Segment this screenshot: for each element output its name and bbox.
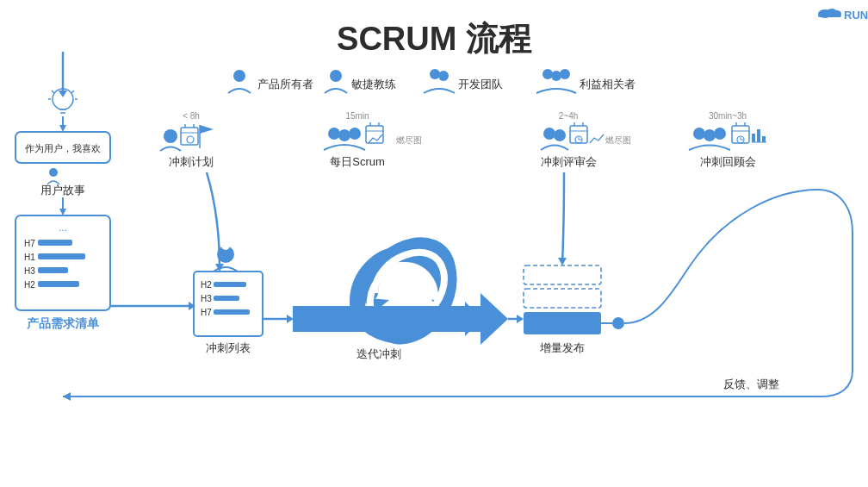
sprint-list-group: H2 H3 H7 xyxy=(194,241,263,336)
svg-point-34 xyxy=(164,129,177,143)
logo: RUNWISE xyxy=(818,9,868,22)
sprint-plan-label: 冲刺计划 xyxy=(169,155,214,168)
svg-rect-65 xyxy=(570,126,587,143)
user-story-person-icon xyxy=(47,168,59,184)
svg-point-51 xyxy=(328,128,340,140)
daily-scrum-label: 每日Scrum xyxy=(330,155,385,168)
sprint-list-label: 冲刺列表 xyxy=(206,341,251,354)
role-stakeholder: 利益相关者 xyxy=(536,69,636,93)
svg-rect-46 xyxy=(214,282,246,287)
svg-rect-50 xyxy=(214,309,250,315)
svg-point-64 xyxy=(554,129,566,141)
svg-rect-88 xyxy=(752,134,755,142)
svg-point-43 xyxy=(221,241,230,250)
svg-line-13 xyxy=(71,91,74,93)
svg-rect-29 xyxy=(38,253,85,259)
svg-point-10 xyxy=(560,69,570,79)
svg-marker-18 xyxy=(59,125,66,132)
release-label: 增量发布 xyxy=(539,341,585,354)
svg-point-80 xyxy=(714,128,726,140)
svg-marker-99 xyxy=(517,315,524,323)
release-group xyxy=(524,265,601,334)
sprint-plan-time: < 8h xyxy=(183,111,200,121)
user-story-label: 用户故事 xyxy=(40,184,85,197)
user-story-text: 作为用户，我喜欢 xyxy=(24,143,101,153)
svg-rect-54 xyxy=(366,126,383,143)
svg-point-52 xyxy=(338,129,350,141)
svg-marker-41 xyxy=(200,125,214,134)
svg-rect-27 xyxy=(38,240,72,246)
svg-rect-33 xyxy=(38,281,79,287)
logo-text: RUNWISE xyxy=(844,9,868,22)
svg-marker-100 xyxy=(63,392,71,401)
svg-rect-31 xyxy=(38,267,68,273)
svg-rect-81 xyxy=(732,126,749,143)
sprint-retro-time: 30min~3h xyxy=(709,111,747,121)
svg-rect-48 xyxy=(214,296,239,301)
sprint-review-label: 冲刺评审会 xyxy=(541,155,597,168)
svg-rect-75 xyxy=(524,312,601,334)
svg-point-7 xyxy=(438,71,449,81)
svg-text:燃尽图: 燃尽图 xyxy=(396,135,422,145)
svg-text:H3: H3 xyxy=(201,294,212,303)
svg-point-76 xyxy=(612,317,624,329)
svg-text:燃尽图: 燃尽图 xyxy=(605,135,631,145)
svg-point-79 xyxy=(704,129,716,141)
svg-marker-22 xyxy=(59,209,66,215)
svg-marker-62 xyxy=(480,293,508,345)
role-dev-team: 开发团队 xyxy=(424,69,503,93)
svg-text:H2: H2 xyxy=(201,280,212,290)
svg-rect-89 xyxy=(757,129,760,142)
svg-line-14 xyxy=(52,91,54,93)
svg-rect-73 xyxy=(524,265,601,284)
role-product-owner-label: 产品所有者 xyxy=(257,78,313,91)
svg-text:H7: H7 xyxy=(201,308,212,317)
role-agile-coach-label: 敏捷教练 xyxy=(351,78,396,91)
svg-text:H7: H7 xyxy=(24,239,35,248)
svg-point-20 xyxy=(49,168,58,177)
svg-point-39 xyxy=(187,136,194,143)
role-dev-team-label: 开发团队 xyxy=(458,78,503,91)
sprint-review-icons xyxy=(541,122,604,150)
svg-rect-3 xyxy=(818,14,841,17)
svg-point-5 xyxy=(330,70,342,82)
svg-point-6 xyxy=(430,69,440,79)
sprint-retro-label: 冲刺回顾会 xyxy=(700,155,756,168)
main-title: SCRUM 流程 xyxy=(337,20,532,57)
svg-rect-61 xyxy=(293,306,480,332)
sprint-plan-icons xyxy=(160,124,214,151)
sprint-retro-icons xyxy=(689,122,766,150)
svg-text:H2: H2 xyxy=(24,280,35,290)
svg-text:...: ... xyxy=(59,222,67,234)
svg-point-63 xyxy=(543,128,555,140)
svg-point-4 xyxy=(233,70,245,82)
svg-point-78 xyxy=(693,128,705,140)
iteration-label: 迭代冲刺 xyxy=(356,347,401,360)
role-stakeholder-label: 利益相关者 xyxy=(580,78,636,91)
svg-marker-97 xyxy=(287,315,294,323)
role-product-owner: 产品所有者 xyxy=(228,70,313,93)
svg-point-8 xyxy=(542,69,553,79)
sprint-review-time: 2~4h xyxy=(559,111,579,121)
svg-marker-93 xyxy=(59,91,67,97)
svg-text:H3: H3 xyxy=(24,266,35,276)
daily-scrum-time: 15min xyxy=(345,111,369,121)
feedback-label: 反馈、调整 xyxy=(723,378,779,390)
svg-point-9 xyxy=(551,71,561,81)
backlog-label: 产品需求清单 xyxy=(27,316,100,330)
svg-marker-102 xyxy=(558,258,567,265)
role-agile-coach: 敏捷教练 xyxy=(325,70,396,93)
svg-point-53 xyxy=(349,128,361,140)
svg-text:H1: H1 xyxy=(24,253,35,262)
daily-scrum-icons xyxy=(324,122,383,150)
svg-rect-74 xyxy=(524,289,601,308)
svg-rect-90 xyxy=(762,136,766,142)
